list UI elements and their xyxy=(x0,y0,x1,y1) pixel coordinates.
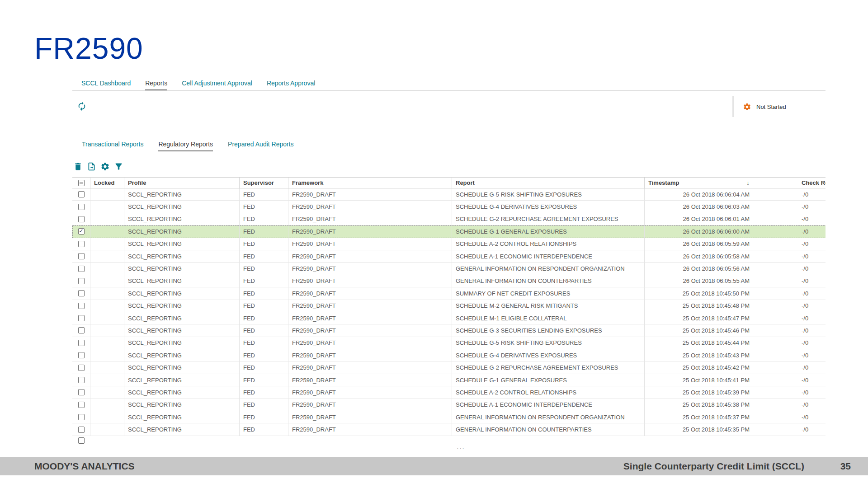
tab-cell-adjustment-approval[interactable]: Cell Adjustment Approval xyxy=(182,80,252,90)
col-header-report[interactable]: Report xyxy=(452,178,645,188)
row-checkbox[interactable] xyxy=(78,315,85,321)
table-row[interactable]: SCCL_REPORTING FED FR2590_DRAFT SCHEDULE… xyxy=(72,374,826,386)
table-row[interactable]: SCCL_REPORTING FED FR2590_DRAFT SUMMARY … xyxy=(72,287,826,300)
cell-supervisor: FED xyxy=(240,250,288,262)
filter-button[interactable] xyxy=(114,162,123,171)
col-header-timestamp[interactable]: Timestamp ↓ xyxy=(645,178,795,188)
cell-timestamp: 25 Oct 2018 10:45:44 PM xyxy=(645,337,795,349)
row-checkbox[interactable] xyxy=(78,278,85,284)
row-checkbox[interactable] xyxy=(78,437,85,444)
table-row[interactable]: SCCL_REPORTING FED FR2590_DRAFT SCHEDULE… xyxy=(72,386,826,399)
row-checkbox[interactable] xyxy=(78,191,85,197)
cell-locked xyxy=(90,225,124,237)
row-checkbox[interactable] xyxy=(78,228,85,235)
table-row[interactable]: SCCL_REPORTING FED FR2590_DRAFT GENERAL … xyxy=(72,411,826,423)
cell-locked xyxy=(90,250,124,262)
table-row[interactable]: SCCL_REPORTING FED FR2590_DRAFT SCHEDULE… xyxy=(72,324,826,337)
table-row[interactable]: SCCL_REPORTING FED FR2590_DRAFT GENERAL … xyxy=(72,275,826,287)
cell-supervisor: FED xyxy=(240,275,288,287)
table-row[interactable]: SCCL_REPORTING FED FR2590_DRAFT SCHEDULE… xyxy=(72,250,826,263)
row-checkbox[interactable] xyxy=(78,414,85,420)
cell-check-result: -/0 xyxy=(795,312,826,324)
col-header-framework[interactable]: Framework xyxy=(288,178,452,188)
cell-profile: SCCL_REPORTING xyxy=(124,287,240,299)
row-checkbox[interactable] xyxy=(78,303,85,309)
tab-reports-approval[interactable]: Reports Approval xyxy=(267,80,315,90)
col-header-supervisor[interactable]: Supervisor xyxy=(240,178,288,188)
delete-button[interactable] xyxy=(73,162,83,171)
tab-transactional-reports[interactable]: Transactional Reports xyxy=(82,141,143,151)
select-all-checkbox[interactable] xyxy=(78,180,85,186)
col-header-profile[interactable]: Profile xyxy=(124,178,240,188)
cell-timestamp: 26 Oct 2018 06:05:58 AM xyxy=(645,250,795,262)
table-row[interactable]: SCCL_REPORTING FED FR2590_DRAFT SCHEDULE… xyxy=(72,225,826,238)
cell-supervisor: FED xyxy=(240,386,288,398)
table-row[interactable]: SCCL_REPORTING FED FR2590_DRAFT SCHEDULE… xyxy=(72,399,826,411)
row-checkbox[interactable] xyxy=(78,266,85,272)
cell-framework: FR2590_DRAFT xyxy=(288,324,452,336)
tab-reports[interactable]: Reports xyxy=(145,80,167,90)
cell-report: SCHEDULE G-2 REPURCHASE AGREEMENT EXPOSU… xyxy=(452,361,645,373)
cell-framework: FR2590_DRAFT xyxy=(288,300,452,312)
refresh-button[interactable] xyxy=(77,101,87,111)
tab-regulatory-reports[interactable]: Regulatory Reports xyxy=(158,141,213,151)
row-checkbox[interactable] xyxy=(78,204,85,210)
table-row[interactable]: SCCL_REPORTING FED FR2590_DRAFT SCHEDULE… xyxy=(72,361,826,374)
cell-locked xyxy=(90,374,124,386)
row-checkbox[interactable] xyxy=(78,352,85,358)
status-gear-icon[interactable] xyxy=(743,103,751,111)
col-header-locked[interactable]: Locked xyxy=(90,178,124,188)
row-checkbox[interactable] xyxy=(78,327,85,333)
col-header-check[interactable]: Check Re xyxy=(795,178,826,188)
row-checkbox[interactable] xyxy=(78,290,85,296)
cell-framework: FR2590_DRAFT xyxy=(288,423,452,435)
export-button[interactable] xyxy=(87,162,96,171)
table-row[interactable]: SCCL_REPORTING FED FR2590_DRAFT SCHEDULE… xyxy=(72,201,826,213)
cell-profile: SCCL_REPORTING xyxy=(124,374,240,386)
row-checkbox[interactable] xyxy=(78,340,85,346)
row-checkbox[interactable] xyxy=(78,389,85,395)
workflow-status: Not Started xyxy=(732,96,786,117)
refresh-icon xyxy=(77,106,87,113)
table-row[interactable]: SCCL_REPORTING FED FR2590_DRAFT SCHEDULE… xyxy=(72,238,826,250)
row-checkbox[interactable] xyxy=(78,427,85,433)
cell-profile: SCCL_REPORTING xyxy=(124,213,240,225)
table-row[interactable]: SCCL_REPORTING FED FR2590_DRAFT SCHEDULE… xyxy=(72,312,826,324)
cell-report: SCHEDULE A-1 ECONOMIC INTERDEPENDENCE xyxy=(452,399,645,411)
row-checkbox[interactable] xyxy=(78,216,85,222)
table-row[interactable]: SCCL_REPORTING FED FR2590_DRAFT GENERAL … xyxy=(72,263,826,275)
row-checkbox[interactable] xyxy=(78,241,85,247)
more-rows-indicator[interactable]: ... xyxy=(72,445,849,449)
cell-framework: FR2590_DRAFT xyxy=(288,238,452,250)
table-row[interactable]: SCCL_REPORTING FED FR2590_DRAFT SCHEDULE… xyxy=(72,188,826,201)
page-title: FR2590 xyxy=(34,33,143,63)
cell-report: SCHEDULE G-4 DERIVATIVES EXPOSURES xyxy=(452,349,645,361)
cell-locked xyxy=(90,312,124,324)
table-row[interactable]: SCCL_REPORTING FED FR2590_DRAFT SCHEDULE… xyxy=(72,337,826,349)
cell-report: SCHEDULE A-2 CONTROL RELATIONSHIPS xyxy=(452,238,645,250)
sort-desc-icon[interactable]: ↓ xyxy=(746,179,750,187)
cell-locked xyxy=(90,324,124,336)
cell-timestamp: 25 Oct 2018 10:45:43 PM xyxy=(645,349,795,361)
cell-timestamp: 25 Oct 2018 10:45:47 PM xyxy=(645,312,795,324)
tab-sccl-dashboard[interactable]: SCCL Dashboard xyxy=(81,80,131,90)
delete-icon xyxy=(73,166,83,173)
cell-supervisor: FED xyxy=(240,213,288,225)
filter-icon xyxy=(114,166,123,173)
row-checkbox[interactable] xyxy=(78,253,85,259)
cell-framework: FR2590_DRAFT xyxy=(288,188,452,200)
cell-supervisor: FED xyxy=(240,263,288,274)
table-row[interactable]: SCCL_REPORTING FED FR2590_DRAFT SCHEDULE… xyxy=(72,213,826,225)
cell-profile: SCCL_REPORTING xyxy=(124,201,240,212)
tab-prepared-audit-reports[interactable]: Prepared Audit Reports xyxy=(228,141,294,151)
settings-button[interactable] xyxy=(100,162,110,171)
row-checkbox[interactable] xyxy=(78,402,85,408)
table-body: SCCL_REPORTING FED FR2590_DRAFT SCHEDULE… xyxy=(72,188,826,436)
table-row[interactable]: SCCL_REPORTING FED FR2590_DRAFT GENERAL … xyxy=(72,423,826,436)
table-row[interactable]: SCCL_REPORTING FED FR2590_DRAFT SCHEDULE… xyxy=(72,349,826,361)
cell-check-result: -/0 xyxy=(795,374,826,386)
cell-report: SUMMARY OF NET CREDIT EXPOSURES xyxy=(452,287,645,299)
row-checkbox[interactable] xyxy=(78,377,85,383)
table-row[interactable]: SCCL_REPORTING FED FR2590_DRAFT SCHEDULE… xyxy=(72,300,826,312)
row-checkbox[interactable] xyxy=(78,365,85,371)
